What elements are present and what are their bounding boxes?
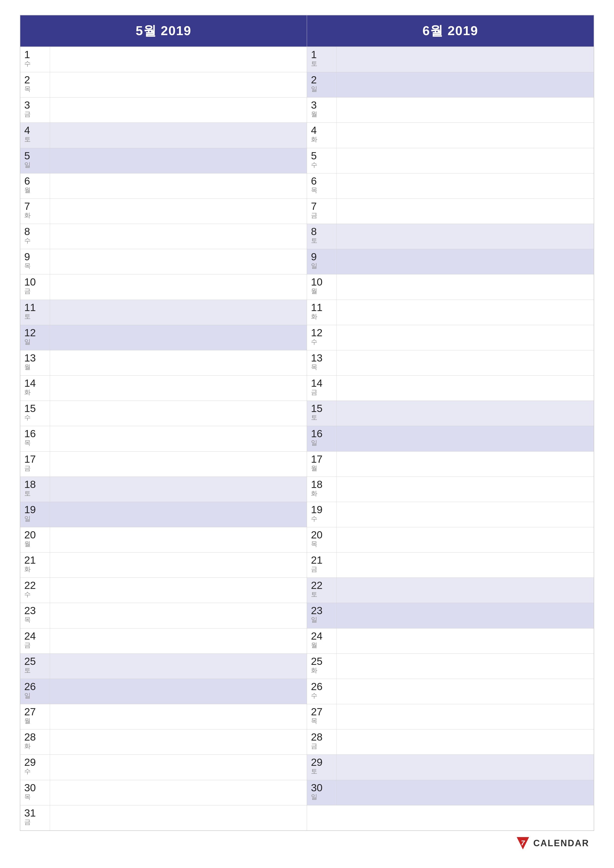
day-row-may-13: 13월: [20, 350, 307, 376]
day-name: 일: [311, 616, 317, 623]
day-number-cell: 17금: [20, 451, 50, 477]
day-number-cell: 4토: [20, 123, 50, 148]
day-number-cell: 13목: [307, 350, 337, 375]
day-number-cell: 10금: [20, 274, 50, 299]
day-row-may-14: 14화: [20, 376, 307, 401]
day-number-cell: 10월: [307, 274, 337, 299]
day-number-cell: 25토: [20, 654, 50, 679]
day-number-cell: 22토: [307, 578, 337, 603]
day-content: [50, 780, 307, 805]
day-row-june-15: 15토: [307, 401, 594, 426]
day-number-cell: 12수: [307, 325, 337, 350]
day-num: 11: [24, 302, 36, 313]
day-row-may-24: 24금: [20, 628, 307, 654]
day-row-june-19: 19수: [307, 502, 594, 527]
day-row-june-10: 10월: [307, 274, 594, 300]
day-row-may-30: 30목: [20, 780, 307, 805]
day-num: 17: [311, 454, 323, 465]
day-row-june-25: 25화: [307, 654, 594, 679]
day-row-june-3: 3월: [307, 98, 594, 123]
day-num: 30: [24, 783, 36, 793]
day-row-june-28: 28금: [307, 729, 594, 755]
day-number-cell: 28금: [307, 729, 337, 755]
day-number-cell: 30목: [20, 780, 50, 805]
day-number-cell: 3금: [20, 98, 50, 122]
day-number-cell: 16목: [20, 426, 50, 451]
day-num: 6: [311, 176, 317, 186]
day-number-cell: 30일: [307, 780, 337, 805]
day-num: 22: [24, 580, 36, 591]
day-row-june-6: 6목: [307, 174, 594, 199]
calendar-grid: 5월 20191수2목3금4토5일6월7화8수9목10금11토12일13월14화…: [20, 15, 594, 831]
day-num: 12: [311, 328, 323, 338]
month-column-june: 6월 20191토2일3월4화5수6목7금8토9일10월11화12수13목14금…: [307, 16, 594, 831]
day-content: [50, 199, 307, 224]
day-row-may-17: 17금: [20, 451, 307, 477]
day-row-june-11: 11화: [307, 300, 594, 325]
day-name: 토: [311, 414, 317, 421]
day-row-june-27: 27목: [307, 704, 594, 729]
day-content: [50, 98, 307, 122]
day-row-june-14: 14금: [307, 376, 594, 401]
days-container-june: 1토2일3월4화5수6목7금8토9일10월11화12수13목14금15토16일1…: [307, 47, 594, 831]
month-header-may: 5월 2019: [20, 16, 307, 47]
day-content: [337, 477, 594, 502]
day-number-cell: 2목: [20, 72, 50, 97]
day-row-may-29: 29수: [20, 755, 307, 780]
day-row-june-20: 20목: [307, 527, 594, 553]
day-row-june-8: 8토: [307, 224, 594, 249]
day-number-cell: 15토: [307, 401, 337, 426]
day-row-june-2: 2일: [307, 72, 594, 98]
day-num: 26: [311, 682, 323, 692]
day-row-june-18: 18화: [307, 477, 594, 502]
day-name: 금: [24, 819, 31, 825]
day-number-cell: 18화: [307, 477, 337, 502]
day-content: [337, 527, 594, 552]
day-number-cell: 27목: [307, 704, 337, 729]
day-num: 20: [24, 530, 36, 540]
day-row-june-23: 23일: [307, 603, 594, 628]
day-number-cell: 5일: [20, 148, 50, 173]
logo-text: CALENDAR: [533, 838, 589, 848]
day-name: 금: [311, 389, 317, 395]
day-number-cell: 2일: [307, 72, 337, 97]
day-name: 화: [311, 136, 317, 143]
day-num: 5: [24, 151, 30, 161]
day-number-cell: 25화: [307, 654, 337, 679]
day-content: [337, 47, 594, 72]
day-num: 2: [311, 75, 317, 85]
day-num: 27: [24, 707, 36, 717]
day-row-may-7: 7화: [20, 199, 307, 224]
day-name: 일: [24, 338, 31, 345]
day-content: [337, 174, 594, 198]
day-content: [337, 148, 594, 173]
day-number-cell: 21금: [307, 553, 337, 578]
day-num: 9: [24, 252, 30, 262]
day-content: [337, 628, 594, 654]
day-name: 일: [311, 439, 317, 446]
day-name: 일: [24, 692, 31, 699]
day-content: [337, 679, 594, 704]
day-name: 일: [311, 794, 317, 800]
day-number-cell: 19일: [20, 502, 50, 527]
day-name: 수: [311, 161, 317, 168]
day-num: 10: [311, 277, 323, 287]
day-content: [50, 729, 307, 755]
day-name: 금: [24, 465, 31, 471]
day-number-cell: 31금: [20, 805, 50, 831]
day-content: [50, 502, 307, 527]
day-row-may-1: 1수: [20, 47, 307, 72]
day-number-cell: 6월: [20, 174, 50, 198]
day-row-june-21: 21금: [307, 553, 594, 578]
day-num: 24: [311, 631, 323, 641]
day-content: [50, 47, 307, 72]
day-content: [50, 426, 307, 451]
day-number-cell: 24금: [20, 628, 50, 654]
day-content: [337, 729, 594, 755]
day-num: 22: [311, 580, 323, 591]
day-name: 수: [24, 237, 31, 244]
day-number-cell: 11화: [307, 300, 337, 325]
day-name: 화: [24, 212, 31, 219]
day-content: [50, 679, 307, 704]
day-num: 19: [311, 505, 323, 515]
